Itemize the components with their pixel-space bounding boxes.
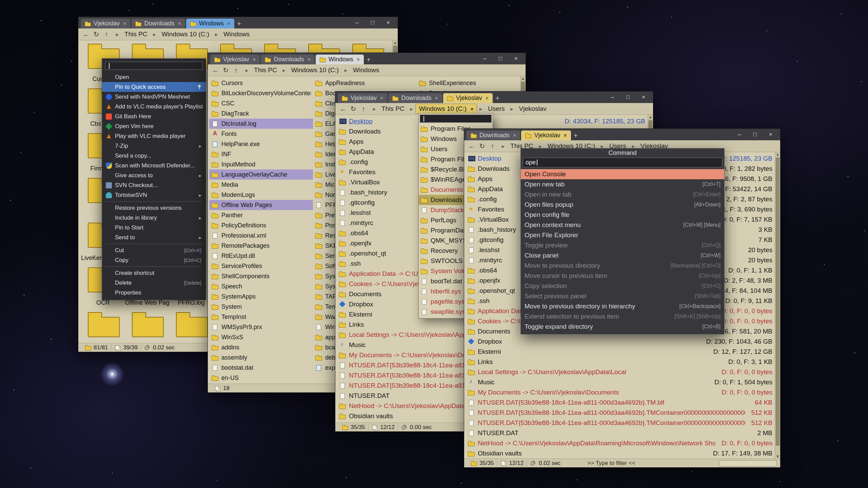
- close-button[interactable]: ×: [637, 93, 650, 102]
- file-row[interactable]: Panther: [209, 210, 313, 220]
- new-tab-button[interactable]: +: [571, 131, 580, 140]
- context-menu-item[interactable]: Cut [Ctrl+X] ▸: [102, 245, 206, 255]
- scroll-up-icon[interactable]: ▲: [520, 77, 526, 80]
- file-row[interactable]: Cursors: [209, 78, 313, 88]
- file-row[interactable]: Links D: 0, F: 3, 1 KB: [466, 357, 774, 367]
- tab-close-icon[interactable]: ×: [513, 133, 516, 139]
- close-button[interactable]: ×: [509, 54, 523, 63]
- refresh-button[interactable]: ↻: [91, 30, 101, 38]
- context-menu-item[interactable]: Open ▸: [102, 72, 206, 82]
- context-menu-item[interactable]: Pin to Start ▸: [102, 223, 206, 232]
- file-row[interactable]: NTUSER.DAT{53b39e88-18c4-11ea-a811-000d3…: [466, 408, 774, 418]
- context-menu-item[interactable]: Delete [Delete] ▸: [102, 278, 206, 288]
- file-row[interactable]: NTUSER.DAT{53b39e88-18c4-11ea-a811-000d3…: [466, 398, 774, 408]
- file-row[interactable]: DtcInstall.log: [209, 119, 313, 129]
- palette-input[interactable]: ope: [523, 158, 722, 167]
- context-menu-item[interactable]: SVN Checkout... ▸: [102, 180, 206, 190]
- file-row[interactable]: WinSxS: [209, 332, 313, 342]
- context-menu-item[interactable]: Send to ▸: [102, 232, 206, 242]
- breadcrumb-item[interactable]: Users ▾: [485, 104, 508, 114]
- file-row[interactable]: CSC: [209, 98, 313, 108]
- file-row[interactable]: assembly: [209, 352, 313, 363]
- file-row[interactable]: NTUSER.DAT 2 MB: [466, 428, 774, 438]
- status-filter-input[interactable]: [719, 460, 777, 466]
- file-row[interactable]: System: [209, 302, 313, 312]
- tab[interactable]: Downloads ×: [131, 19, 185, 28]
- file-row[interactable]: NTUSER.DAT{53b39e88-18c4-11ea-a811-000d3…: [466, 418, 774, 428]
- grid-item[interactable]: Prefetch: [125, 307, 169, 343]
- palette-item[interactable]: Open config file: [521, 210, 724, 220]
- breadcrumb-item[interactable]: This PC ▾: [121, 29, 151, 39]
- file-row[interactable]: AppReadiness: [313, 78, 417, 88]
- scroll-up-icon[interactable]: ▲: [648, 115, 653, 119]
- palette-item[interactable]: Select previous panel [Shift+Tab]: [521, 291, 724, 301]
- minimize-button[interactable]: –: [606, 93, 619, 102]
- file-row[interactable]: InputMethod: [209, 159, 313, 169]
- tab[interactable]: Vjekoslav ×: [338, 93, 387, 103]
- context-menu-item[interactable]: 7-Zip ▸: [102, 141, 206, 151]
- breadcrumb-item[interactable]: Vjekoslav ▾: [516, 104, 550, 114]
- file-row[interactable]: PolicyDefinitions: [209, 220, 313, 230]
- context-menu-item[interactable]: Play with VLC media player ▸: [102, 131, 206, 141]
- tab-close-icon[interactable]: ×: [486, 95, 489, 101]
- maximize-button[interactable]: □: [494, 54, 507, 63]
- context-menu-item[interactable]: Create shortcut ▸: [102, 268, 206, 278]
- file-row[interactable]: BitLockerDiscoveryVolumeContents: [209, 88, 313, 98]
- tab-close-icon[interactable]: ×: [564, 133, 567, 139]
- titlebar[interactable]: Vjekoslav × Downloads × Windows × + – □: [208, 53, 526, 64]
- file-row[interactable]: Offline Web Pages: [209, 200, 313, 210]
- file-row[interactable]: Media: [209, 180, 313, 190]
- new-tab-button[interactable]: +: [364, 55, 373, 64]
- tab-close-icon[interactable]: ×: [357, 57, 360, 63]
- file-row[interactable]: DiagTrack: [209, 108, 313, 119]
- file-row[interactable]: bootstat.dat: [209, 363, 313, 373]
- tab[interactable]: Vjekoslav ×: [81, 19, 130, 28]
- minimize-button[interactable]: –: [478, 54, 492, 63]
- breadcrumb-item[interactable]: Windows ▾: [350, 65, 382, 75]
- breadcrumb-item[interactable]: Windows ▾: [220, 29, 253, 39]
- tab[interactable]: Windows ×: [186, 19, 234, 28]
- file-row[interactable]: addins: [209, 342, 313, 352]
- new-tab-button[interactable]: +: [493, 94, 502, 103]
- context-menu-item[interactable]: ▸: [105, 244, 202, 244]
- context-menu-item[interactable]: Git Bash Here ▸: [102, 111, 206, 121]
- file-row[interactable]: RtlExUpd.dll: [209, 251, 313, 261]
- grid-item[interactable]: PolicyDefinitions: [81, 307, 125, 343]
- file-row[interactable]: NetHood -> C:\Users\Vjekoslav\AppData\Ro…: [466, 438, 774, 448]
- tab-close-icon[interactable]: ×: [178, 21, 181, 27]
- titlebar[interactable]: Downloads × Vjekoslav × + – □ ×: [464, 129, 780, 140]
- palette-item[interactable]: Open Console: [521, 169, 724, 179]
- context-menu-item[interactable]: Send with NordVPN Meshnet ▸: [102, 92, 206, 102]
- tab-close-icon[interactable]: ×: [123, 21, 126, 27]
- minimize-button[interactable]: –: [733, 130, 746, 139]
- file-row[interactable]: ModemLogs: [209, 190, 313, 200]
- palette-item[interactable]: Open context menu [Ctrl+M] [Menu]: [521, 220, 724, 230]
- context-menu-item[interactable]: Include in library ▸: [102, 213, 206, 223]
- context-menu-item[interactable]: Properties ▸: [102, 288, 206, 298]
- file-row[interactable]: Dropbox D: 230, F: 1043, 46 GB: [466, 337, 774, 347]
- palette-item[interactable]: Open files popup [Alt+Down]: [521, 200, 724, 210]
- breadcrumb-item[interactable]: This PC ▾: [251, 65, 280, 75]
- palette-item[interactable]: Move cursor to previous item [Ctrl+Up]: [521, 271, 724, 281]
- palette-item[interactable]: Extend selection to previous item [Shift…: [521, 311, 724, 322]
- file-row[interactable]: en-US: [209, 373, 313, 383]
- file-row[interactable]: Professional.xml: [209, 230, 313, 241]
- palette-item[interactable]: Open in new tab [Ctrl+Enter]: [521, 189, 724, 200]
- palette-item[interactable]: Close panel [Ctrl+W]: [521, 250, 724, 261]
- tab[interactable]: Vjekoslav ×: [210, 55, 260, 64]
- breadcrumb-item[interactable]: Windows 10 (C:) ▾: [288, 65, 342, 75]
- tab[interactable]: Downloads ×: [388, 93, 442, 103]
- context-menu-item[interactable]: Scan with Microsoft Defender... ▸: [102, 161, 206, 170]
- titlebar[interactable]: Vjekoslav × Downloads × Windows × + – □: [78, 17, 398, 28]
- scroll-up-icon[interactable]: ▲: [393, 41, 398, 44]
- file-row[interactable]: SystemApps: [209, 291, 313, 302]
- scroll-up-icon[interactable]: ▲: [775, 152, 780, 156]
- file-row[interactable]: Fonts: [209, 129, 313, 139]
- tab[interactable]: Downloads ×: [467, 130, 520, 140]
- maximize-button[interactable]: □: [621, 93, 635, 102]
- file-row[interactable]: Eksterni D: 12, F: 127, 12 GB: [466, 347, 774, 357]
- scroll-down-icon[interactable]: ▼: [775, 454, 780, 458]
- up-button[interactable]: ↑: [358, 105, 369, 113]
- context-menu-filter-input[interactable]: [105, 62, 203, 70]
- palette-item[interactable]: Open new tab [Ctrl+T]: [521, 179, 724, 189]
